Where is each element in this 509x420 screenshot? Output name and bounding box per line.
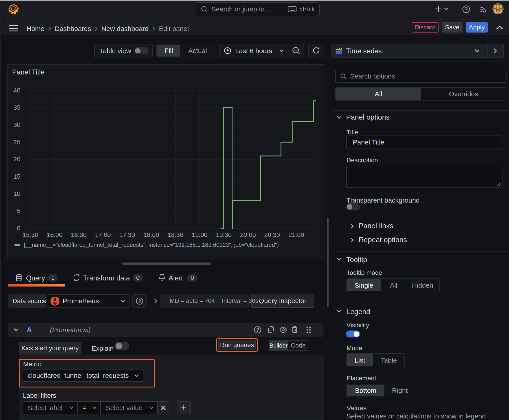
svg-text:25: 25 (14, 139, 20, 146)
svg-text:40: 40 (14, 87, 20, 94)
svg-text:15:30: 15:30 (23, 231, 38, 238)
svg-text:18:00: 18:00 (144, 231, 159, 238)
svg-text:30: 30 (14, 121, 20, 128)
svg-text:20:00: 20:00 (240, 231, 256, 238)
svg-text:10: 10 (14, 190, 20, 197)
svg-text:16:30: 16:30 (71, 231, 87, 238)
svg-text:35: 35 (14, 104, 20, 111)
svg-text:19:00: 19:00 (192, 231, 207, 238)
svg-text:5: 5 (17, 208, 20, 215)
svg-text:17:30: 17:30 (119, 231, 135, 238)
svg-text:21:00: 21:00 (289, 231, 304, 238)
svg-text:20:30: 20:30 (264, 231, 280, 238)
svg-text:20: 20 (14, 156, 20, 163)
svg-text:18:30: 18:30 (168, 231, 183, 238)
svg-text:19:30: 19:30 (216, 231, 232, 238)
svg-text:17:00: 17:00 (95, 231, 111, 238)
svg-text:16:00: 16:00 (47, 231, 62, 238)
svg-text:15: 15 (14, 173, 20, 180)
svg-text:0: 0 (17, 225, 20, 232)
